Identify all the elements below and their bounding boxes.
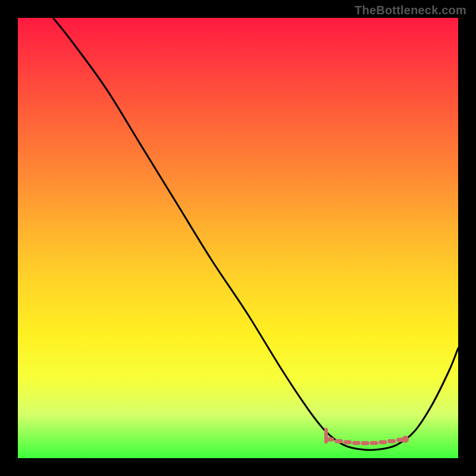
series-bottom-dots	[326, 430, 409, 443]
plot-area	[18, 18, 458, 458]
chart-frame: TheBottleneck.com	[0, 0, 476, 476]
svg-point-10	[402, 436, 409, 443]
watermark-text: TheBottleneck.com	[355, 4, 466, 17]
chart-svg	[18, 18, 458, 458]
series-curve	[53, 18, 458, 450]
